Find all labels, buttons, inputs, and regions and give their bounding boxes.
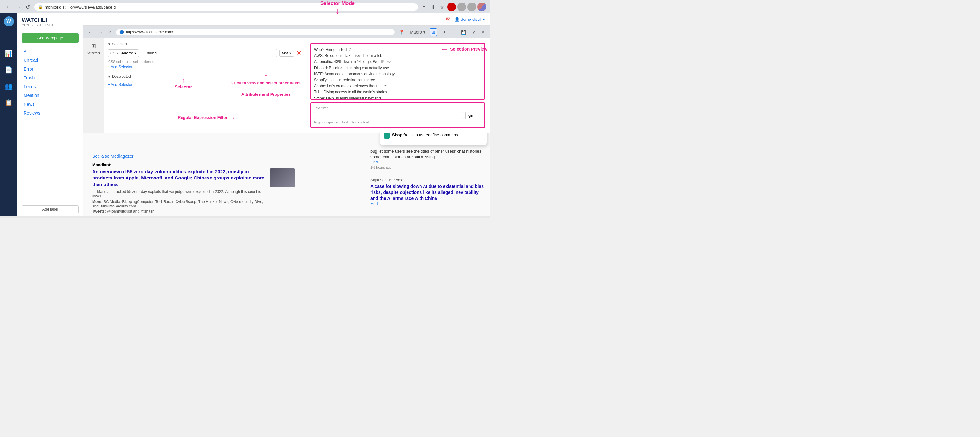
shopify-icon (384, 133, 390, 139)
article-excerpt: — Mandiant tracked 55 zero-day exploits … (92, 190, 266, 198)
lock-icon: 🔒 (38, 5, 43, 9)
app-sidebar: WATCHLI CLOUD - DISTILL'S S Add Webpage … (17, 13, 83, 216)
selector-row: CSS Selector ▾ text ▾ ✕ (108, 49, 301, 57)
sidebar-item-reviews[interactable]: Reviews (17, 108, 83, 118)
text-filter-flags[interactable] (465, 112, 481, 119)
inner-back-button[interactable]: ← (86, 29, 94, 35)
macro-button[interactable]: Macro ▾ (408, 29, 427, 35)
text-type-button[interactable]: text ▾ (280, 50, 294, 57)
add-webpage-button[interactable]: Add Webpage (22, 33, 79, 43)
selection-preview-label: Selection Preview (450, 46, 487, 52)
selector-mode-button[interactable]: ⊞ (430, 28, 437, 36)
selectors-label: Selectors (87, 51, 100, 55)
avatar (457, 3, 466, 11)
app-title: WATCHLI (22, 17, 79, 24)
sidebar-item-unread[interactable]: Unread (17, 56, 83, 65)
inner-address-bar[interactable]: 🔵 https://www.techmeme.com/ (116, 29, 395, 35)
text-filter-section: Text filter Regular expression to filter… (310, 102, 485, 128)
deselected-section: Deselected + Add Selector (108, 74, 301, 88)
selectors-container: ⊞ Selectors Selected CSS Selector ▾ (83, 38, 490, 133)
content-area: ✉ 👤 demo-distill ▾ ← → ↺ 🔵 https://www.t… (83, 13, 490, 216)
avatar (467, 3, 476, 11)
sidebar-item-all[interactable]: All (17, 47, 83, 56)
url-text: monitor.distill.io/#/w/0/sieve/add/page.… (45, 5, 116, 10)
add-deselected-button[interactable]: + Add Selector (108, 81, 132, 88)
nav-icon-doc[interactable]: 📄 (3, 64, 14, 76)
text-filter-row (314, 112, 481, 119)
see-also-text: See also Mediagazer (92, 154, 134, 159)
address-bar[interactable]: 🔒 monitor.distill.io/#/w/0/sieve/add/pag… (34, 3, 418, 11)
avatar-group (447, 3, 486, 11)
location-button[interactable]: 📍 (397, 29, 406, 35)
sidebar-item-news[interactable]: News (17, 100, 83, 108)
add-label-button[interactable]: Add label (22, 205, 79, 214)
selectors-panel: Selected CSS Selector ▾ text ▾ (104, 38, 305, 133)
bookmark-btn[interactable]: ☆ (438, 3, 445, 11)
save-button[interactable]: 💾 (460, 29, 468, 35)
account-icon: 👤 (455, 17, 460, 22)
text-filter-hint: Regular expression to filter text conten… (314, 121, 481, 124)
tweets-text: @johnhultquist and @shashi (107, 209, 155, 214)
selector-mode-label: Selector Mode (320, 1, 355, 6)
sidebar-item-error[interactable]: Error (17, 65, 83, 73)
sidebar-item-feeds[interactable]: Feeds (17, 82, 83, 91)
browser-nav[interactable]: ← → ↺ (4, 3, 32, 11)
inner-lock-icon: 🔵 (119, 30, 124, 34)
selectors-icon: ⊞ (89, 41, 98, 51)
watchlist-sidebar: W ☰ 📊 📄 👥 📋 (0, 13, 17, 216)
browser-actions: 👁 ⬆ ☆ (420, 3, 486, 11)
right-article-2: Sigal Samuel / Vox: A case for slowing d… (371, 178, 487, 206)
account-label: demo-distill (461, 17, 482, 22)
selected-header: Selected (108, 42, 301, 46)
selector-mode-arrow: ↓ (320, 6, 355, 15)
settings-button[interactable]: ⚙ (440, 29, 447, 35)
add-selector-button[interactable]: + Add Selector (108, 64, 132, 70)
preview-content: Who's Hiring In Tech? AWS: Be curious. T… (314, 47, 481, 100)
back-button[interactable]: ← (4, 3, 13, 11)
forward-button[interactable]: → (14, 3, 23, 11)
more-label: More: (92, 199, 103, 204)
hiring-item-shopify: Shopify: Help us redefine commerce. (384, 132, 483, 139)
find-link-2[interactable]: Find (371, 201, 378, 206)
nav-icon-home[interactable]: ☰ (4, 32, 14, 43)
source-label: Mandiant: (92, 163, 295, 167)
text-filter-input[interactable] (314, 112, 463, 119)
tweets-label: Tweets: (92, 209, 106, 214)
right-article-2-title: A case for slowing down AI due to existe… (371, 183, 487, 201)
browser-chrome: ← → ↺ 🔒 monitor.distill.io/#/w/0/sieve/a… (0, 0, 490, 13)
account-menu[interactable]: 👤 demo-distill ▾ (455, 17, 485, 22)
inner-forward-button[interactable]: → (97, 29, 104, 35)
sidebar-nav: All Unread Error Trash Feeds Mention New… (17, 45, 83, 203)
avatar-profile[interactable] (477, 3, 486, 11)
email-button[interactable]: ✉ (446, 16, 451, 23)
right-article-2-author: Sigal Samuel / Vox: (371, 178, 487, 182)
find-link-1[interactable]: Find (371, 160, 378, 164)
expand-button[interactable]: ⤢ (471, 29, 477, 35)
avatar (447, 3, 456, 11)
text-filter-label: Text filter (314, 106, 481, 110)
nav-icon-docs2[interactable]: 📋 (3, 97, 14, 108)
sidebar-item-trash[interactable]: Trash (17, 73, 83, 82)
more-button[interactable]: ⋮ (449, 29, 457, 35)
watchlist-logo[interactable]: W (4, 16, 14, 26)
selector-hint: CSS selector to select eleme... (108, 60, 301, 64)
sidebar-item-mention[interactable]: Mention (17, 91, 83, 100)
remove-selector-button[interactable]: ✕ (296, 50, 301, 57)
share-btn[interactable]: ⬆ (430, 3, 436, 11)
css-selector-type[interactable]: CSS Selector ▾ (108, 49, 139, 57)
selector-input[interactable] (142, 49, 277, 57)
more-text: SC Media, BleepingComputer, TechRadar, C… (92, 199, 263, 209)
article-thumbnail (270, 168, 295, 187)
article-title: An overview of 55 zero-day vulnerabiliti… (92, 168, 266, 188)
text-chevron-icon: ▾ (289, 51, 291, 56)
nav-icon-chart[interactable]: 📊 (3, 48, 14, 59)
close-button[interactable]: ✕ (480, 29, 487, 35)
see-also-link[interactable]: See also Mediagazer (92, 154, 295, 159)
selection-preview-annotation: ← Selection Preview (441, 45, 487, 54)
nav-icon-users[interactable]: 👥 (3, 81, 14, 92)
web-content: See also Mediagazer Mandiant: An overvie… (83, 148, 304, 216)
macro-label: Macro (410, 30, 422, 35)
inner-refresh-button[interactable]: ↺ (107, 29, 114, 35)
refresh-button[interactable]: ↺ (24, 3, 32, 11)
extension-btn[interactable]: 👁 (420, 3, 428, 11)
